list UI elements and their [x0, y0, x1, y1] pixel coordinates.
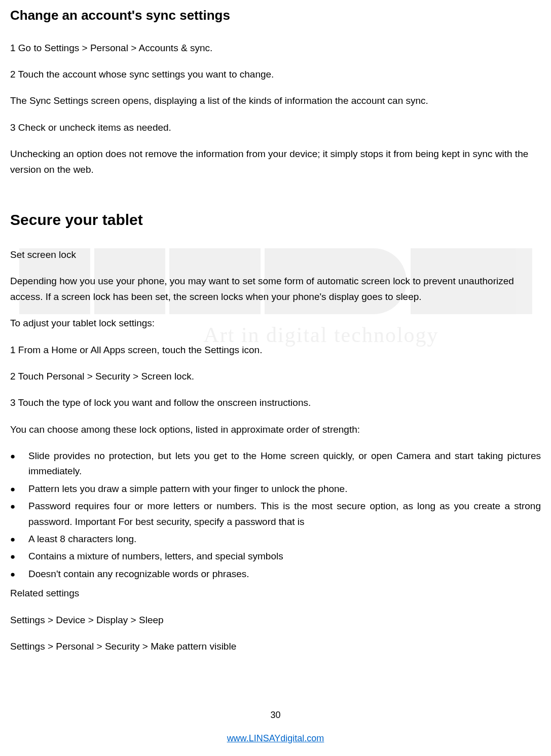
body-text: 2 Touch the account whose sync settings … — [10, 67, 541, 82]
body-text: To adjust your tablet lock settings: — [10, 316, 541, 331]
list-item: Doesn't contain any recognizable words o… — [28, 566, 541, 582]
section-heading-sync: Change an account's sync settings — [10, 5, 541, 26]
body-text: The Sync Settings screen opens, displayi… — [10, 93, 541, 108]
body-text: 3 Check or uncheck items as needed. — [10, 120, 541, 135]
page-footer: 30 www.LINSAYdigital.com — [0, 708, 551, 746]
footer-link[interactable]: www.LINSAYdigital.com — [227, 733, 324, 743]
list-item: Password requires four or more letters o… — [28, 499, 541, 530]
list-item: A least 8 characters long. — [28, 532, 541, 547]
body-text: 3 Touch the type of lock you want and fo… — [10, 395, 541, 410]
page-number: 30 — [0, 708, 551, 723]
list-item: Pattern lets you draw a simple pattern w… — [28, 481, 541, 497]
body-text: You can choose among these lock options,… — [10, 422, 541, 437]
body-text: Related settings — [10, 586, 541, 601]
body-text: 1 From a Home or All Apps screen, touch … — [10, 343, 541, 358]
body-text: Settings > Device > Display > Sleep — [10, 613, 541, 628]
lock-options-list: Slide provides no protection, but lets y… — [10, 448, 541, 582]
body-text: Depending how you use your phone, you ma… — [10, 274, 541, 305]
list-item: Contains a mixture of numbers, letters, … — [28, 549, 541, 564]
body-text: 1 Go to Settings > Personal > Accounts &… — [10, 41, 541, 56]
body-text: Set screen lock — [10, 247, 541, 262]
body-text: 2 Touch Personal > Security > Screen loc… — [10, 369, 541, 384]
list-item: Slide provides no protection, but lets y… — [28, 448, 541, 479]
section-heading-secure: Secure your tablet — [10, 208, 541, 232]
body-text: Settings > Personal > Security > Make pa… — [10, 639, 541, 654]
body-text: Unchecking an option does not remove the… — [10, 146, 541, 177]
